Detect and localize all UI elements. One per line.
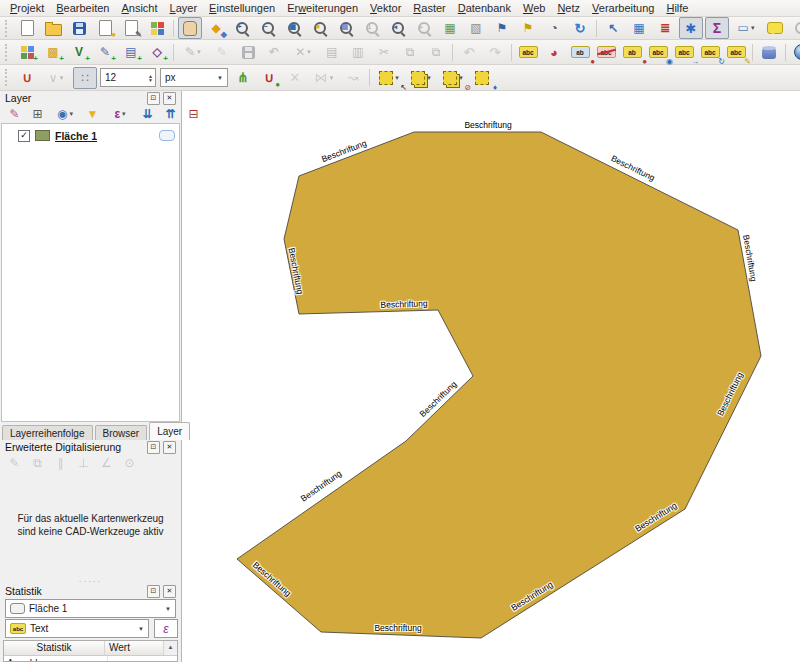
- menu-layer[interactable]: Layer: [164, 1, 204, 15]
- open-project-button[interactable]: [41, 17, 65, 39]
- processing-toolbox-button[interactable]: ✱: [679, 17, 703, 39]
- layer-visibility-checkbox[interactable]: ✓: [18, 130, 30, 142]
- rotate-label-button[interactable]: abc↻: [698, 41, 722, 63]
- chevron-down-icon[interactable]: ▾: [197, 48, 201, 56]
- save-project-button[interactable]: [67, 17, 91, 39]
- select-features-button[interactable]: ↖▾: [374, 67, 404, 89]
- menu-vektor[interactable]: Vektor: [364, 1, 407, 15]
- chevron-down-icon[interactable]: ▾: [69, 110, 73, 118]
- close-panel-button[interactable]: ✕: [163, 92, 176, 105]
- menu-raster[interactable]: Raster: [407, 1, 451, 15]
- temporal-controller-button[interactable]: ◔: [542, 17, 566, 39]
- add-delimited-text-layer-button[interactable]: ▤+: [119, 41, 143, 63]
- new-3d-map-view-button[interactable]: ▧: [464, 17, 488, 39]
- float-panel-button[interactable]: ⊡: [147, 441, 160, 454]
- float-panel-button[interactable]: ⊡: [147, 585, 160, 598]
- open-attribute-table-button[interactable]: ▦: [627, 17, 651, 39]
- close-panel-button[interactable]: ✕: [163, 585, 176, 598]
- expression-button[interactable]: ε: [154, 619, 178, 638]
- chevron-down-icon[interactable]: ▾: [330, 74, 334, 82]
- select-by-location-button[interactable]: ♦: [470, 67, 494, 89]
- layer-diagram-options-button[interactable]: ◕: [542, 41, 566, 63]
- pan-to-selection-button[interactable]: ◆◆: [204, 17, 228, 39]
- menu-ansicht[interactable]: Ansicht: [115, 1, 163, 15]
- expand-all-button[interactable]: ⇊: [137, 105, 158, 123]
- spinner-arrows-icon[interactable]: ▲▼: [148, 74, 155, 82]
- menu-hilfe[interactable]: Hilfe: [660, 1, 694, 15]
- style-manager-button[interactable]: [145, 17, 169, 39]
- chevron-down-icon[interactable]: ▾: [459, 74, 463, 82]
- menu-projekt[interactable]: Projekt: [4, 1, 50, 15]
- refresh-map-button[interactable]: ↻: [568, 17, 592, 39]
- menu-einstellungen[interactable]: Einstellungen: [203, 1, 281, 15]
- highlight-pinned-labels-button[interactable]: ab●: [568, 41, 592, 63]
- show-layout-manager-button[interactable]: ✎: [119, 17, 143, 39]
- measure-button[interactable]: ▭▾: [731, 17, 761, 39]
- new-print-layout-button[interactable]: ●: [93, 17, 117, 39]
- pan-map-button[interactable]: [178, 17, 202, 39]
- menu-netz[interactable]: Netz: [551, 1, 586, 15]
- chevron-down-icon[interactable]: ▾: [395, 74, 399, 82]
- snapping-tolerance-input[interactable]: 12▲▼: [100, 68, 156, 87]
- chevron-down-icon[interactable]: ▾: [427, 74, 431, 82]
- remove-layer-button[interactable]: ⊟: [183, 105, 204, 123]
- layer-name[interactable]: Fläche 1: [55, 130, 97, 142]
- toolbar-grip-handle[interactable]: [5, 69, 11, 86]
- layer-labeling-options-button[interactable]: abc: [516, 41, 540, 63]
- snapping-units-combo[interactable]: px▼: [160, 68, 228, 87]
- add-geopackage-layer-button[interactable]: ✎+: [93, 41, 117, 63]
- layer-tree[interactable]: ✓ Fläche 1: [1, 123, 180, 422]
- statistical-summary-button[interactable]: ≣: [653, 17, 677, 39]
- chevron-down-icon[interactable]: ▾: [751, 24, 755, 32]
- metasearch-button[interactable]: [790, 41, 800, 63]
- menu-erweiterungen[interactable]: Erweiterungen: [281, 1, 364, 15]
- add-virtual-layer-button[interactable]: ◇+: [145, 41, 169, 63]
- map-canvas[interactable]: BeschriftungBeschriftungBeschriftungBesc…: [182, 91, 800, 662]
- tab-layer[interactable]: Layer: [149, 422, 190, 440]
- table-row[interactable]: Anzahl: [4, 656, 177, 662]
- identify-features-button[interactable]: ↖: [601, 17, 625, 39]
- db-manager-button[interactable]: [757, 41, 781, 63]
- close-panel-button[interactable]: ✕: [163, 441, 176, 454]
- column-header-wert[interactable]: Wert: [105, 641, 163, 655]
- new-map-view-button[interactable]: ▦: [438, 17, 462, 39]
- snapping-visual-edit-button[interactable]: ∷: [73, 67, 97, 89]
- filter-by-expression-button[interactable]: ε▾: [105, 105, 135, 123]
- menu-datenbank[interactable]: Datenbank: [452, 1, 517, 15]
- statistics-field-combo[interactable]: abc Text ▼: [5, 619, 149, 638]
- deselect-features-button[interactable]: ⊘▾: [438, 67, 468, 89]
- zoom-last-button[interactable]: ◂: [386, 17, 410, 39]
- enable-tracing-button[interactable]: ∪●: [257, 67, 281, 89]
- add-raster-layer-button[interactable]: V+: [67, 41, 91, 63]
- collapse-all-button[interactable]: ⇈: [160, 105, 181, 123]
- new-spatial-bookmark-button[interactable]: ⚑: [490, 17, 514, 39]
- column-header-statistik[interactable]: Statistik: [4, 641, 105, 655]
- add-group-button[interactable]: ⊞: [27, 105, 48, 123]
- enable-snapping-button[interactable]: ∪: [15, 67, 39, 89]
- topological-editing-button[interactable]: ⋔: [231, 67, 255, 89]
- menu-web[interactable]: Web: [517, 1, 551, 15]
- manage-map-themes-button[interactable]: ◉▾: [50, 105, 80, 123]
- open-layer-styling-button[interactable]: ✎: [4, 105, 25, 123]
- change-label-properties-button[interactable]: abc✎: [724, 41, 748, 63]
- zoom-full-button[interactable]: ▦: [282, 17, 306, 39]
- tab-layerreihenfolge[interactable]: Layerreihenfolge: [2, 425, 93, 440]
- statistics-panel-toggle-button[interactable]: Σ: [705, 17, 729, 39]
- chevron-down-icon[interactable]: ▾: [307, 48, 311, 56]
- menu-bearbeiten[interactable]: Bearbeiten: [50, 1, 115, 15]
- zoom-out-button[interactable]: −: [256, 17, 280, 39]
- add-vector-layer-button[interactable]: ▩+: [41, 41, 65, 63]
- zoom-to-selection-button[interactable]: ■: [308, 17, 332, 39]
- show-spatial-bookmarks-button[interactable]: ⚑: [516, 17, 540, 39]
- pin-unpin-labels-button[interactable]: ab●: [620, 41, 644, 63]
- toolbar-grip-handle[interactable]: [5, 44, 11, 61]
- menu-verarbeitung[interactable]: Verarbeitung: [586, 1, 660, 15]
- tab-browser[interactable]: Browser: [95, 425, 148, 440]
- chevron-down-icon[interactable]: ▾: [60, 74, 64, 82]
- toolbar-grip-handle[interactable]: [5, 20, 11, 37]
- new-project-button[interactable]: [15, 17, 39, 39]
- scroll-up-icon[interactable]: ▲: [163, 641, 177, 655]
- statistics-layer-combo[interactable]: Fläche 1 ▼: [5, 599, 176, 618]
- zoom-to-layer-button[interactable]: ▤: [334, 17, 358, 39]
- show-hide-labels-button[interactable]: abc◉: [646, 41, 670, 63]
